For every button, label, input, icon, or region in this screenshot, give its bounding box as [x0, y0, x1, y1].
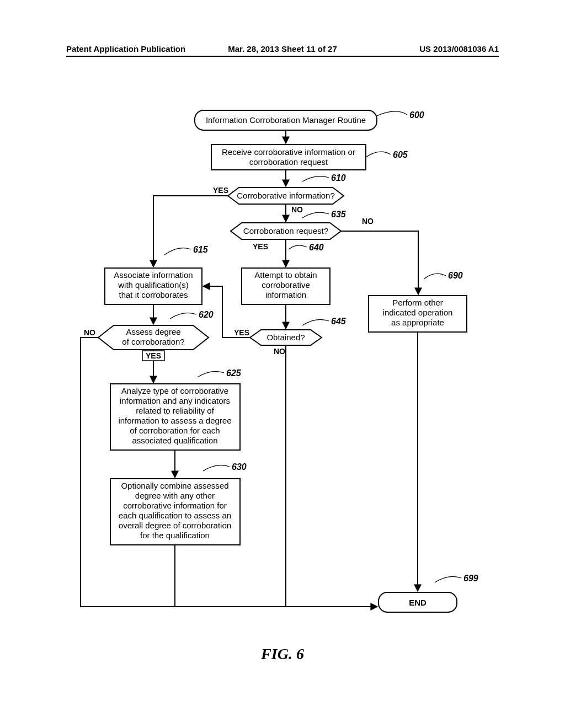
header-left: Patent Application Publication [66, 44, 194, 53]
ref-600: 600 [409, 110, 424, 120]
n625-l3: related to reliability of [136, 406, 215, 415]
n640-l2: corroborative [262, 280, 310, 290]
n630-l3: corroborative information for [123, 501, 227, 510]
d635-text: Corroboration request? [243, 226, 328, 235]
d610-text: Corroborative information? [237, 191, 335, 200]
patent-page: Patent Application Publication Mar. 28, … [0, 0, 565, 728]
n615-l3: that it corroborates [119, 290, 188, 299]
n690-l2: indicated operation [383, 308, 453, 317]
ref-620: 620 [199, 310, 214, 319]
n625-l2: information and any indicators [120, 396, 230, 405]
page-header: Patent Application Publication Mar. 28, … [66, 44, 499, 57]
ref-625: 625 [226, 368, 242, 378]
ref-610: 610 [331, 173, 346, 183]
d620-l1: Assess degree [126, 327, 180, 336]
n605-l2: corroboration request [249, 157, 328, 167]
n605-l1: Receive corroborative information or [222, 147, 355, 157]
n630-l4: each qualification to assess an [119, 511, 231, 520]
n625-l5: of corroboration for each [130, 426, 220, 435]
d645-yes: YES [234, 328, 249, 337]
d635-no: NO [362, 217, 374, 226]
header-mid: Mar. 28, 2013 Sheet 11 of 27 [194, 44, 372, 53]
d610-yes: YES [213, 186, 228, 195]
n690-l3: as appropriate [391, 318, 444, 327]
n630-l6: for the qualification [140, 531, 210, 540]
n630-l2: degree with any other [135, 491, 215, 500]
d610-no: NO [291, 205, 303, 214]
n625-l6: associated qualification [132, 436, 217, 445]
n640-l1: Attempt to obtain [254, 270, 317, 280]
header-right: US 2013/0081036 A1 [371, 44, 499, 53]
ref-640: 640 [309, 243, 324, 252]
n625-l4: information to assess a degree [118, 416, 231, 425]
n625-l1: Analyze type of corroborative [121, 386, 228, 395]
end-text: END [409, 598, 427, 607]
d620-l2: of corroboration? [122, 337, 184, 346]
d645-no: NO [274, 347, 285, 356]
flowchart: Information Corroboration Manager Routin… [71, 105, 501, 629]
ref-699: 699 [463, 574, 478, 583]
d645-text: Obtained? [266, 333, 305, 342]
ref-690: 690 [448, 271, 463, 280]
ref-605: 605 [393, 150, 408, 159]
start-text: Information Corroboration Manager Routin… [206, 115, 366, 125]
n615-l2: with qualification(s) [118, 280, 189, 290]
ref-635: 635 [331, 210, 347, 219]
n615-l1: Associate information [114, 270, 193, 280]
d635-yes: YES [253, 242, 268, 251]
n630-l5: overall degree of corroboration [119, 521, 231, 530]
ref-615: 615 [193, 245, 209, 254]
figure-caption: FIG. 6 [0, 645, 565, 663]
ref-645: 645 [331, 317, 347, 326]
ref-630: 630 [232, 462, 247, 472]
n640-l3: information [265, 290, 306, 299]
n690-l1: Perform other [392, 298, 443, 307]
d620-yes: YES [146, 351, 161, 360]
d620-no: NO [84, 328, 95, 337]
n630-l1: Optionally combine assessed [121, 481, 228, 490]
